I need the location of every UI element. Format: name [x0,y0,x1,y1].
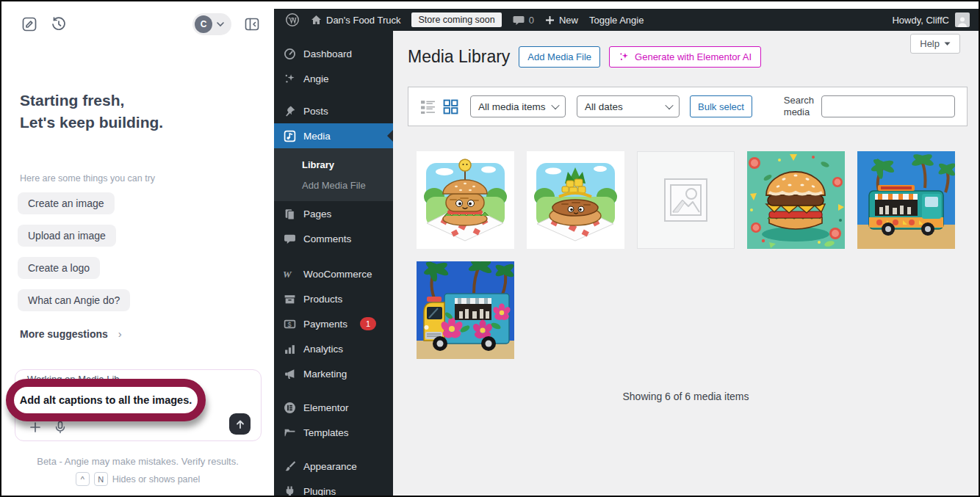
sidebar-item-dashboard[interactable]: Dashboard [274,41,393,66]
sidebar-item-appearance[interactable]: Appearance [274,454,393,479]
arrow-up-icon [235,419,245,429]
suggestion-create-logo[interactable]: Create a logo [18,257,100,279]
help-button[interactable]: Help [910,34,960,54]
media-item-cartoon-hotdog[interactable] [527,151,624,249]
comment-bubble-icon [513,15,525,26]
submenu-item-library[interactable]: Library [274,154,393,175]
n-keycap: N [94,472,108,486]
ai-sparkle-icon [619,51,630,62]
suggestion-what-can-angie-do[interactable]: What can Angie do? [18,289,130,311]
send-button[interactable] [229,413,251,435]
date-filter-select[interactable]: All dates [577,95,680,117]
chevron-down-icon [217,22,224,27]
toggle-angie-link[interactable]: Toggle Angie [589,15,644,26]
media-thumbnail-floral-food-truck-image [417,261,514,359]
howdy-account-menu[interactable]: Howdy, CliffC [892,12,970,27]
media-count-status: Showing 6 of 6 media items [417,391,955,402]
box-icon [283,292,296,305]
person-icon [956,15,968,27]
home-icon [311,15,322,25]
new-content-menu[interactable]: New [545,15,578,26]
svg-text:W: W [283,269,292,279]
chevron-down-icon [665,101,673,109]
add-media-file-button[interactable]: Add Media File [519,46,600,68]
elementor-icon [283,401,296,414]
media-toolbar: All media items All dates Bulk select Se… [408,87,968,126]
site-name-link[interactable]: Dan's Food Truck [311,15,400,26]
suggestions-label: Here are some things you can try [20,173,155,184]
media-placeholder-icon [637,151,735,249]
microphone-icon[interactable] [54,421,67,434]
plus-icon [545,15,555,25]
sidebar-item-templates[interactable]: Templates [274,420,393,445]
screen: C Starting fresh, Let's keep building. H… [0,0,980,497]
media-type-filter-select[interactable]: All media items [470,95,566,117]
media-thumbnail-cartoon-hotdog-image [527,151,624,249]
woocommerce-icon: W [283,267,296,280]
folder-icon [283,426,296,439]
shortcut-label: Hides or shows panel [112,474,201,485]
media-item-placeholder[interactable] [637,151,735,249]
store-coming-soon-badge[interactable]: Store coming soon [411,12,501,27]
caret-keycap: ^ [76,472,90,486]
grid-view-icon[interactable] [443,99,458,115]
sidebar-item-comments[interactable]: Comments [274,226,393,251]
angie-panel-toolbar: C [21,13,261,35]
media-icon [283,129,296,142]
dollar-icon: $ [283,317,296,330]
bulk-select-button[interactable]: Bulk select [690,95,752,117]
page-header: Media Library Add Media File Generate wi… [408,46,761,68]
sidebar-item-products[interactable]: Products [274,286,393,311]
sidebar-item-payments[interactable]: $ Payments 1 [274,311,393,336]
sidebar-item-analytics[interactable]: Analytics [274,336,393,361]
media-item-cartoon-burger[interactable] [417,151,514,249]
sidebar-item-angie[interactable]: Angie [274,66,393,91]
media-thumbnail-cartoon-burger-image [417,151,514,249]
media-grid [417,151,955,359]
sidebar-item-plugins[interactable]: Plugins [274,479,393,496]
sidebar-item-marketing[interactable]: Marketing [274,361,393,386]
highlighted-prompt-text: Add alt captions to all the images. [20,394,192,406]
annotation-highlight: Add alt captions to all the images. [6,379,206,421]
media-item-floral-food-truck[interactable] [417,261,514,359]
collapse-panel-icon[interactable] [243,15,261,33]
account-menu[interactable]: C [192,13,231,35]
angie-panel: C Starting fresh, Let's keep building. H… [1,1,274,496]
search-media-input[interactable] [821,95,955,117]
sidebar-item-elementor[interactable]: Elementor [274,395,393,420]
sidebar-item-woocommerce[interactable]: W WooCommerce [274,261,393,286]
media-submenu: Library Add Media File [274,148,393,201]
search-group: Search media [784,95,955,117]
chevron-down-icon [944,42,951,46]
user-avatar [955,12,970,27]
sparkles-icon [283,72,296,85]
page-title: Media Library [408,46,510,68]
sidebar-item-pages[interactable]: Pages [274,201,393,226]
submenu-item-add-media-file[interactable]: Add Media File [274,175,393,195]
comments-icon [283,232,296,245]
welcome-heading: Starting fresh, Let's keep building. [20,90,163,134]
megaphone-icon [283,367,296,380]
media-item-beach-food-truck[interactable] [857,151,955,249]
suggestion-upload-image[interactable]: Upload an image [18,225,116,247]
beta-disclaimer: Beta - Angie may make mistakes. Verify r… [1,456,274,467]
more-suggestions-link[interactable]: More suggestions › [20,327,122,340]
generate-with-elementor-ai-button[interactable]: Generate with Elementor AI [609,46,761,68]
comments-indicator[interactable]: 0 [513,15,534,26]
history-icon[interactable] [50,15,68,33]
media-library-page: Help Media Library Add Media File Genera… [393,31,979,496]
dashboard-icon [283,47,296,60]
sidebar-item-posts[interactable]: Posts [274,98,393,123]
wordpress-logo-icon[interactable] [285,12,300,27]
pushpin-icon [283,104,296,117]
suggestion-create-image[interactable]: Create an image [18,192,115,214]
sidebar-item-media[interactable]: Media [274,123,393,148]
search-media-label: Search media [784,95,814,117]
list-view-icon[interactable] [420,99,436,115]
attach-plus-icon[interactable] [29,421,42,434]
media-thumbnail-beach-food-truck-image [857,151,955,249]
wp-admin-menu: Dashboard Angie Posts Media Library Add … [274,31,393,496]
new-chat-icon[interactable] [21,15,38,33]
suggestion-pills: Create an image Upload an image Create a… [18,192,130,311]
media-item-pop-art-burger[interactable] [747,151,845,249]
